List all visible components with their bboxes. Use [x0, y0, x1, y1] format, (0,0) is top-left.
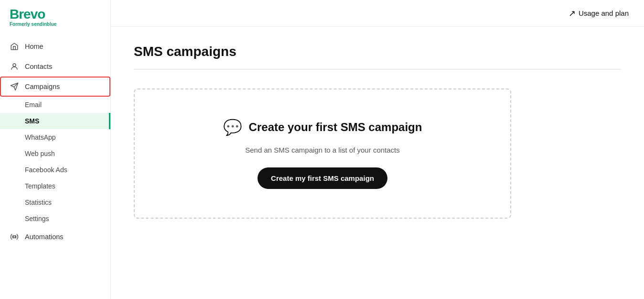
- sidebar-item-web-push[interactable]: Web push: [0, 145, 110, 162]
- sidebar-item-contacts-label: Contacts: [25, 63, 52, 70]
- sidebar-item-campaigns[interactable]: Campaigns: [0, 77, 110, 97]
- sidebar-item-settings-label: Settings: [25, 215, 49, 222]
- sidebar-item-email[interactable]: Email: [0, 97, 110, 113]
- home-icon: [10, 42, 19, 51]
- page-title: SMS campaigns: [134, 44, 621, 59]
- sidebar-item-statistics-label: Statistics: [25, 199, 52, 206]
- usage-plan-label: Usage and plan: [579, 9, 629, 17]
- contacts-icon: [10, 62, 19, 71]
- main-content: ↗ Usage and plan SMS campaigns 💬 Create …: [111, 0, 644, 299]
- logo-brevo: Brevo: [10, 8, 101, 21]
- sidebar-item-home[interactable]: Home: [0, 36, 110, 56]
- divider: [134, 69, 621, 69]
- logo-formerly: Formerly sendinblue: [10, 22, 101, 27]
- sidebar-item-automations[interactable]: Automations: [0, 227, 110, 247]
- create-campaign-button[interactable]: Create my first SMS campaign: [258, 167, 387, 189]
- sidebar-item-statistics[interactable]: Statistics: [0, 194, 110, 210]
- sidebar-item-facebook-ads-label: Facebook Ads: [25, 166, 67, 174]
- automations-icon: [10, 232, 19, 242]
- sms-bubble-icon: 💬: [223, 118, 242, 136]
- sidebar-item-settings[interactable]: Settings: [0, 210, 110, 227]
- header: ↗ Usage and plan: [111, 0, 644, 27]
- campaign-empty-state: 💬 Create your first SMS campaign Send an…: [134, 89, 511, 219]
- campaigns-icon: [10, 82, 19, 91]
- sidebar-item-email-label: Email: [25, 101, 42, 109]
- sidebar-item-sms-label: SMS: [25, 117, 39, 125]
- sidebar-item-whatsapp-label: WhatsApp: [25, 133, 56, 141]
- sidebar-item-templates-label: Templates: [25, 182, 55, 190]
- sidebar-item-whatsapp[interactable]: WhatsApp: [0, 129, 110, 145]
- campaigns-sub-nav: Email SMS WhatsApp Web push Facebook Ads…: [0, 97, 110, 227]
- sidebar-item-web-push-label: Web push: [25, 150, 55, 157]
- sidebar-item-templates[interactable]: Templates: [0, 178, 110, 194]
- sidebar-item-contacts[interactable]: Contacts: [0, 56, 110, 77]
- sidebar-item-automations-label: Automations: [25, 233, 64, 241]
- svg-point-0: [13, 64, 16, 66]
- usage-plan-button[interactable]: ↗ Usage and plan: [569, 8, 629, 19]
- campaign-title-text: Create your first SMS campaign: [249, 121, 422, 134]
- sidebar-item-campaigns-label: Campaigns: [25, 83, 60, 90]
- sidebar-item-facebook-ads[interactable]: Facebook Ads: [0, 162, 110, 178]
- sidebar-item-home-label: Home: [25, 43, 43, 50]
- campaign-subtitle: Send an SMS campaign to a list of your c…: [245, 146, 400, 154]
- logo-area: Brevo Formerly sendinblue: [0, 0, 110, 36]
- svg-point-3: [13, 236, 16, 238]
- sidebar: Brevo Formerly sendinblue Home Contacts: [0, 0, 111, 299]
- usage-plan-icon: ↗: [569, 8, 576, 19]
- campaign-box-title: 💬 Create your first SMS campaign: [223, 118, 422, 136]
- sidebar-item-sms[interactable]: SMS: [0, 113, 110, 129]
- page-content: SMS campaigns 💬 Create your first SMS ca…: [111, 27, 644, 299]
